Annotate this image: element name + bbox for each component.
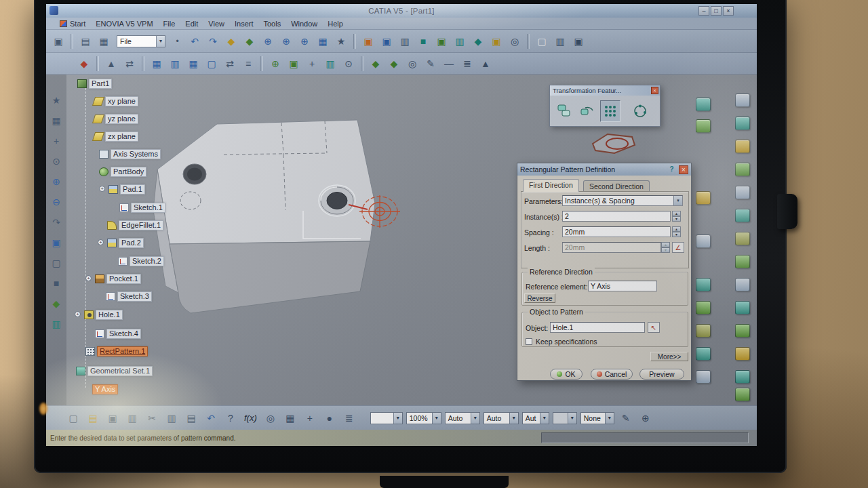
reference-element-field[interactable]: Y Axis — [588, 281, 657, 291]
keep-specifications-checkbox[interactable] — [526, 338, 532, 345]
window-tool-icon[interactable]: ▣ — [360, 33, 376, 49]
tree-item-rectpattern1[interactable]: RectPattern.1 — [85, 346, 148, 357]
menu-insert[interactable]: Insert — [235, 20, 254, 28]
expand-node-icon[interactable]: + — [75, 311, 81, 317]
help-icon[interactable]: ? — [667, 165, 676, 174]
tree-item-zx-plane[interactable]: zx plane — [94, 131, 138, 142]
menu-file[interactable]: File — [163, 20, 176, 28]
copy-icon[interactable]: ▥ — [163, 410, 180, 426]
translation-icon[interactable] — [554, 100, 574, 122]
surface-tool-icon[interactable]: ▥ — [322, 56, 338, 72]
angle-tool-icon[interactable]: ▲ — [103, 56, 119, 72]
tab-first-direction[interactable]: First Direction — [523, 179, 579, 192]
sketch-grid-icon[interactable]: ▦ — [185, 56, 201, 72]
menu-start[interactable]: Start — [60, 20, 85, 28]
ok-button[interactable]: OK — [550, 369, 583, 380]
feature-icon[interactable] — [735, 301, 750, 314]
pocket-tool-icon[interactable]: ◆ — [241, 33, 258, 49]
list-tool-icon[interactable]: ≡ — [240, 56, 256, 72]
workbench-icon[interactable] — [696, 119, 711, 133]
sheet-tool-icon[interactable]: ▥ — [552, 33, 568, 49]
comment-icon[interactable]: ◎ — [262, 410, 279, 426]
pan-icon[interactable]: + — [48, 133, 64, 149]
chevron-down-icon[interactable]: ▾ — [471, 413, 479, 424]
axis-tool-icon[interactable]: + — [304, 56, 320, 72]
sketch-box-icon[interactable]: ▢ — [203, 56, 220, 72]
new-document-icon[interactable]: ▢ — [65, 410, 81, 426]
feature-icon[interactable] — [735, 347, 750, 361]
tree-item-sketch4[interactable]: Sketch.4 — [95, 329, 141, 339]
minimize-button[interactable]: – — [698, 6, 709, 16]
sketch-sheet-icon[interactable]: ▥ — [167, 56, 183, 72]
sheet-tool-icon[interactable]: ▥ — [452, 33, 468, 49]
window-tool-icon[interactable]: ▣ — [378, 33, 395, 49]
tree-item-partbody[interactable]: PartBody — [99, 167, 146, 177]
spacing-field[interactable]: 20mm — [562, 226, 671, 237]
feature-icon[interactable] — [735, 255, 750, 268]
sketch-grid-icon[interactable]: ▦ — [149, 56, 165, 72]
normal-view-icon[interactable]: ↷ — [48, 214, 64, 230]
workbench-icon[interactable] — [696, 324, 711, 338]
gear-icon[interactable]: ⊙ — [340, 56, 357, 72]
circular-pattern-icon[interactable] — [630, 100, 650, 122]
feature-icon[interactable] — [735, 117, 750, 130]
chevron-down-icon[interactable]: ▾ — [540, 413, 549, 424]
file-combo[interactable]: File ▾ — [117, 35, 165, 47]
chevron-down-icon[interactable]: ▾ — [432, 413, 441, 424]
line-tool-icon[interactable]: — — [441, 56, 457, 72]
tree-item-y-axis[interactable]: Y Axis — [92, 384, 118, 394]
workbench-icon[interactable] — [696, 98, 711, 111]
feature-icon[interactable] — [735, 94, 750, 107]
wireframe-icon[interactable]: ▢ — [48, 255, 64, 271]
workbench-icon[interactable] — [696, 191, 711, 205]
new-window-icon[interactable]: ▣ — [50, 33, 66, 49]
tree-item-pad2[interactable]: +Pad.2 — [107, 238, 144, 248]
chevron-down-icon[interactable]: ▾ — [673, 196, 682, 205]
3d-part-model[interactable] — [148, 108, 467, 339]
more-button[interactable]: More>> — [650, 352, 688, 361]
feature-icon[interactable] — [735, 232, 750, 245]
rectangular-pattern-icon[interactable] — [600, 100, 620, 122]
painter-icon[interactable]: ✎ — [618, 410, 634, 426]
print-icon[interactable]: ▥ — [124, 410, 140, 426]
chevron-down-icon[interactable]: ▾ — [509, 413, 518, 424]
cancel-button[interactable]: Cancel — [591, 369, 633, 380]
cube-tool-icon[interactable]: ▣ — [433, 33, 450, 49]
hidden-line-icon[interactable]: ■ — [48, 275, 64, 291]
chevron-down-icon[interactable]: ▾ — [393, 413, 402, 424]
layer-icon[interactable]: ▥ — [48, 316, 64, 332]
zoom-tool-icon[interactable]: ⊕ — [260, 33, 276, 49]
open-icon[interactable]: ▤ — [77, 33, 94, 49]
fly-mode-icon[interactable]: ★ — [48, 92, 64, 108]
viewport[interactable]: ★ ▦ + ⊙ ⊕ ⊖ ↷ ▣ ▢ ■ ◆ ▥ — [46, 75, 757, 405]
measure-between-icon[interactable]: ∠ — [672, 242, 684, 253]
multi-view-icon[interactable]: ▦ — [48, 113, 64, 129]
link-icon[interactable]: ▦ — [96, 33, 112, 49]
save-icon[interactable]: ▣ — [104, 410, 121, 426]
feature-icon[interactable] — [735, 324, 750, 338]
dot-icon[interactable]: • — [170, 34, 184, 48]
wizard-icon[interactable]: ⊕ — [637, 410, 654, 426]
linetype-combo[interactable]: Auto ▾ — [445, 412, 480, 424]
pad-tool-icon[interactable]: ◆ — [223, 33, 239, 49]
window-tool-icon[interactable]: ▣ — [570, 33, 587, 49]
diamond-tool-icon[interactable]: ◆ — [470, 33, 486, 49]
chevron-down-icon[interactable]: ▾ — [605, 413, 614, 424]
shaded-view-icon[interactable]: ▣ — [48, 235, 64, 251]
paste-icon[interactable]: ▤ — [183, 410, 199, 426]
tree-item-axis-systems[interactable]: Axis Systems — [99, 149, 161, 159]
circle-tool-icon[interactable]: ◎ — [404, 56, 420, 72]
mirror-tool-icon[interactable]: ◆ — [386, 56, 402, 72]
tree-item-pocket1[interactable]: +Pocket.1 — [95, 274, 141, 284]
expand-node-icon[interactable]: + — [98, 239, 104, 245]
undo-icon[interactable]: ↶ — [186, 33, 203, 49]
rotation-icon[interactable] — [577, 100, 597, 122]
maximize-button[interactable]: □ — [711, 6, 722, 16]
rectangular-pattern-dialog[interactable]: Rectangular Pattern Definition ? × First… — [517, 163, 692, 381]
box-tool-icon[interactable]: ▣ — [488, 33, 505, 49]
rotate-icon[interactable]: ⊙ — [48, 153, 64, 169]
redo-icon[interactable]: ↷ — [205, 33, 221, 49]
thickness-combo[interactable]: Auto ▾ — [484, 412, 519, 424]
tree-item-sketch2[interactable]: Sketch.2 — [118, 256, 164, 266]
zoom-tool-icon[interactable]: ⊕ — [296, 33, 313, 49]
